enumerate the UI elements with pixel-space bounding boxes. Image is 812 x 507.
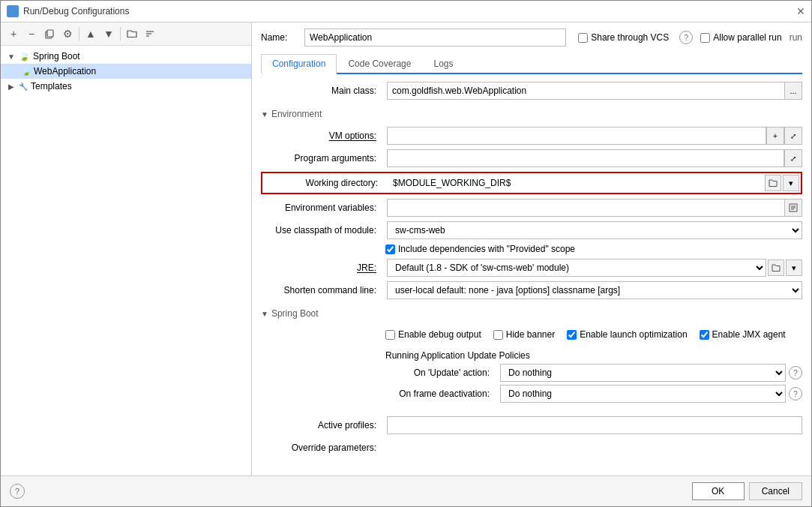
help-icon-bottom[interactable]: ? [10,484,25,499]
configuration-form: Main class: ... ▼ Environment VM options… [261,82,802,457]
title-bar-left: Run/Debug Configurations [7,5,129,17]
name-input[interactable] [304,28,566,46]
tree-item-templates[interactable]: ▶ 🔧 Templates [1,79,251,94]
tree-item-spring-boot[interactable]: ▼ 🍃 Spring Boot [1,49,251,64]
move-up-button[interactable]: ▲ [82,26,99,42]
tab-logs[interactable]: Logs [422,54,464,74]
edit-icon [789,203,798,212]
templates-icon: 🔧 [19,82,28,91]
shorten-cmd-field: user-local default: none - java [options… [387,281,802,299]
enable-launch-optimization-checkbox[interactable] [567,330,577,340]
share-vcs-checkbox[interactable] [578,33,588,43]
on-update-action-select[interactable]: Do nothing Update classes and resources … [500,364,786,382]
environment-expand-icon[interactable]: ▼ [261,110,268,118]
jre-select[interactable]: Default (1.8 - SDK of 'sw-cms-web' modul… [387,259,766,277]
main-class-browse-button[interactable]: ... [784,82,802,100]
tree-item-web-application[interactable]: 🍃 WebApplication [1,64,251,79]
configuration-tabs: Configuration Code Coverage Logs [261,54,802,74]
on-update-action-label: On 'Update' action: [385,368,494,378]
copy-icon [44,28,55,39]
left-panel: + − ⚙ ▲ ▼ ▼ [1,22,252,476]
share-vcs-option[interactable]: Share through VCS [578,32,669,43]
main-class-input[interactable] [387,82,784,100]
vm-options-expand-button[interactable]: + [766,127,784,145]
environment-variables-edit-button[interactable] [784,199,802,217]
allow-parallel-option[interactable]: Allow parallel run [700,32,781,43]
tree-label-spring-boot: Spring Boot [33,51,80,62]
enable-debug-output-checkbox[interactable] [385,330,395,340]
vm-options-input[interactable] [387,127,766,145]
vcs-help-icon[interactable]: ? [679,31,693,44]
allow-parallel-checkbox[interactable] [700,33,710,43]
main-class-row: Main class: ... [261,82,802,100]
program-args-label: Program arguments: [261,153,381,164]
move-down-button[interactable]: ▼ [100,26,117,42]
settings-button[interactable]: ⚙ [59,26,76,42]
shorten-cmd-label: Shorten command line: [261,285,381,296]
include-deps-label[interactable]: Include dependencies with "Provided" sco… [398,244,575,254]
ok-button[interactable]: OK [692,482,745,500]
title-bar: Run/Debug Configurations ✕ [1,1,811,22]
folder-icon [127,29,137,38]
shorten-cmd-select[interactable]: user-local default: none - java [options… [387,281,802,299]
hide-banner-checkbox[interactable] [493,330,503,340]
running-update-policies-section: Running Application Update Policies On '… [261,350,802,406]
toolbar: + − ⚙ ▲ ▼ [1,22,251,46]
tree-expand-spring-boot: ▼ [7,52,16,61]
web-app-run-icon: 🍃 [22,68,31,76]
environment-section-header: ▼ Environment [261,109,802,119]
active-profiles-label: Active profiles: [261,420,381,430]
on-frame-help-icon[interactable]: ? [789,387,802,400]
toolbar-separator-1 [79,27,79,40]
name-options: Share through VCS ? Allow parallel run r… [578,31,802,44]
jre-browse-button[interactable] [768,260,784,276]
working-directory-row: Working directory: ▾ [261,172,802,194]
copy-config-button[interactable] [41,26,58,42]
program-args-input[interactable] [387,149,784,167]
include-deps-checkbox[interactable] [385,244,395,254]
program-args-row: Program arguments: ⤢ [261,149,802,167]
enable-debug-output-option[interactable]: Enable debug output [385,329,481,340]
vm-options-fullscreen-button[interactable]: ⤢ [784,127,802,145]
working-directory-dropdown-button[interactable]: ▾ [783,175,799,191]
running-update-policies-title: Running Application Update Policies [385,350,802,361]
program-args-expand-button[interactable]: ⤢ [784,149,802,167]
on-update-help-icon[interactable]: ? [789,366,802,380]
add-config-button[interactable]: + [5,26,22,42]
shorten-cmd-row: Shorten command line: user-local default… [261,281,802,299]
right-panel: Name: Share through VCS ? Allow parallel… [252,22,811,476]
tab-configuration[interactable]: Configuration [261,54,337,74]
tree-label-templates: Templates [31,81,72,92]
classpath-module-select[interactable]: sw-cms-web [387,221,802,239]
on-frame-deactivation-label: On frame deactivation: [385,388,494,399]
jre-dropdown-button[interactable]: ▾ [786,260,802,276]
tab-code-coverage[interactable]: Code Coverage [337,54,422,74]
spring-boot-expand-icon[interactable]: ▼ [261,310,268,318]
enable-jmx-agent-label: Enable JMX agent [712,329,786,340]
remove-config-button[interactable]: − [23,26,40,42]
on-frame-deactivation-row: On frame deactivation: Do nothing Update… [385,385,802,403]
enable-jmx-agent-option[interactable]: Enable JMX agent [700,329,786,340]
sort-button[interactable] [142,26,158,42]
working-directory-input[interactable] [388,175,763,191]
environment-variables-row: Environment variables: [261,199,802,217]
hide-banner-option[interactable]: Hide banner [493,329,555,340]
cancel-button[interactable]: Cancel [749,482,802,500]
sort-icon [145,28,155,39]
enable-jmx-agent-checkbox[interactable] [700,330,709,340]
vm-options-field: + ⤢ [387,127,802,145]
allow-parallel-text-extra: run [790,32,802,43]
close-button[interactable]: ✕ [796,5,805,17]
working-directory-browse-button[interactable] [765,175,781,191]
spring-boot-section-title: Spring Boot [271,308,319,319]
classpath-module-field: sw-cms-web [387,221,802,239]
name-label: Name: [261,32,298,43]
on-frame-deactivation-select[interactable]: Do nothing Update classes and resources … [500,385,786,403]
main-class-field: ... [387,82,802,100]
folder-button[interactable] [124,26,140,42]
main-content: + − ⚙ ▲ ▼ ▼ [1,22,811,476]
enable-launch-optimization-option[interactable]: Enable launch optimization [567,329,687,340]
hide-banner-label: Hide banner [506,329,555,340]
environment-variables-input[interactable] [387,199,784,217]
active-profiles-input[interactable] [387,416,802,434]
